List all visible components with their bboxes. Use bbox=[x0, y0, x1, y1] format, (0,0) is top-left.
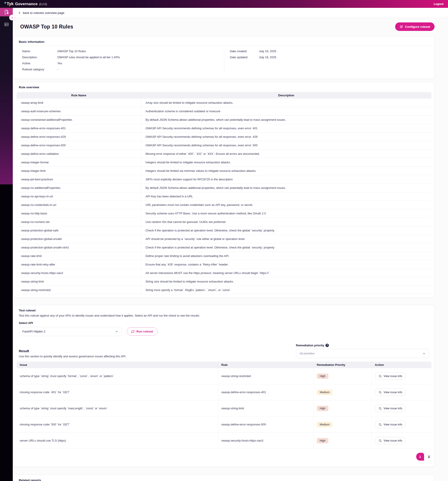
priority-filter-label-row: Remediation priority ? bbox=[296, 344, 429, 347]
rule-name-cell: owasp-integer-limit bbox=[17, 167, 141, 175]
rule-description-cell: By default JSON Schema allows additional… bbox=[141, 116, 431, 124]
info-field-row: Date updated:July 19, 2025 bbox=[230, 56, 431, 59]
priority-filter-select[interactable]: All priorities bbox=[296, 349, 429, 358]
view-issue-info-label: View issue info bbox=[383, 423, 402, 426]
app-logo: Tyk Governance (0.2.0) bbox=[5, 1, 47, 6]
run-ruleset-button[interactable]: Run ruleset bbox=[127, 327, 157, 336]
rule-overview-card: Rule overview Rule Name Description owas… bbox=[14, 82, 434, 298]
edit-pencil-icon bbox=[400, 25, 403, 29]
rule-name-cell: owasp-string-limit bbox=[17, 277, 141, 286]
help-question-icon[interactable]: ? bbox=[325, 344, 329, 347]
document-shield-icon bbox=[4, 9, 9, 15]
info-field-row: Ruleset category:- bbox=[22, 68, 219, 71]
issue-row: missing response code `401` for `GET`owa… bbox=[17, 384, 431, 400]
rule-overview-title: Rule overview bbox=[17, 85, 431, 91]
rule-description-cell: Array size should be limited to mitigate… bbox=[141, 98, 431, 107]
back-link[interactable]: back to rulesets overview page bbox=[13, 8, 448, 18]
view-issue-info-label: View issue info bbox=[383, 391, 402, 394]
view-issue-info-button[interactable]: View issue info bbox=[375, 421, 406, 428]
configure-ruleset-button[interactable]: Configure ruleset bbox=[395, 23, 434, 31]
rule-description-cell: All server interactions MUST use the htt… bbox=[141, 269, 431, 277]
sidebar-item-apis[interactable] bbox=[0, 20, 13, 29]
column-header-rule: Rule bbox=[218, 361, 314, 368]
rule-name-cell: owasp-no-credentials-in-url bbox=[17, 201, 141, 209]
test-ruleset-card: Test ruleset Test this ruleset against a… bbox=[14, 305, 434, 467]
test-ruleset-description: Test this ruleset against any of your AP… bbox=[17, 314, 431, 317]
refresh-icon bbox=[131, 330, 134, 333]
basic-information-grid: Name:OWASP Top 10 RulesDescription:OWASP… bbox=[17, 46, 431, 75]
rule-row: owasp-array-limitArray size should be li… bbox=[17, 98, 431, 107]
priority-badge: Medium bbox=[317, 390, 332, 395]
brand-name: Tyk bbox=[7, 1, 14, 6]
product-version: (0.2.0) bbox=[39, 3, 47, 6]
rule-description-cell: Use random IDs that cannot be guessed. U… bbox=[141, 218, 431, 226]
chevron-left-icon bbox=[18, 11, 21, 14]
rule-name-cell: owasp-constrained-additionalProperties bbox=[17, 116, 141, 124]
rule-name-cell: owasp-no-numeric-ids bbox=[17, 218, 141, 226]
rule-row: owasp-string-limitString size should be … bbox=[17, 277, 431, 286]
priority-badge: High bbox=[317, 374, 329, 379]
rule-name-cell: owasp-rate-limit bbox=[17, 252, 141, 260]
sidebar-expand-toggle[interactable] bbox=[9, 15, 15, 20]
rule-row: owasp-no-credentials-in-urlURL parameter… bbox=[17, 201, 431, 209]
rule-row: owasp-define-error-responses-500OWASP AP… bbox=[17, 141, 431, 150]
back-link-label: back to rulesets overview page bbox=[23, 11, 64, 15]
rule-row: owasp-no-http-basicSecurity scheme uses … bbox=[17, 209, 431, 218]
rule-row: owasp-integer-formatIntegers should be l… bbox=[17, 158, 431, 167]
related-reports-title: Related reports bbox=[17, 478, 431, 481]
rule-description-cell: Define proper rate limiting to avoid att… bbox=[141, 252, 431, 260]
rule-row: owasp-protection-global-unsafeAPI should… bbox=[17, 235, 431, 243]
rule-description-cell: OWASP API Security recommends defining s… bbox=[141, 133, 431, 141]
api-select[interactable]: FastAPI Httpbin 2 bbox=[19, 327, 122, 336]
rule-description-cell: URL parameters must not contain credenti… bbox=[141, 201, 431, 209]
search-icon bbox=[379, 423, 382, 426]
rule-name-cell: owasp-auth-insecure-schemes bbox=[17, 107, 141, 116]
view-issue-info-label: View issue info bbox=[383, 407, 402, 410]
rule-row: owasp-rate-limitDefine proper rate limit… bbox=[17, 252, 431, 260]
view-issue-info-button[interactable]: View issue info bbox=[375, 405, 406, 412]
top-bar: Tyk Governance (0.2.0) Logout bbox=[0, 0, 448, 8]
rule-row: owasp-security-hosts-https-oas3All serve… bbox=[17, 269, 431, 277]
rule-name-cell: owasp-no-http-basic bbox=[17, 209, 141, 218]
rule-row: owasp-protection-global-unsafe-strictChe… bbox=[17, 243, 431, 252]
rule-overview-table-body: owasp-array-limitArray size should be li… bbox=[17, 98, 431, 294]
api-select-value: FastAPI Httpbin 2 bbox=[22, 330, 45, 333]
view-issue-info-button[interactable]: View issue info bbox=[375, 437, 406, 444]
search-icon bbox=[379, 407, 382, 410]
pagination-page[interactable]: 2 bbox=[427, 455, 431, 458]
rule-name-cell: owasp-string-restricted bbox=[17, 286, 141, 294]
result-table-body: schema of type `string` must specify `fo… bbox=[17, 368, 431, 449]
info-field-label: Name: bbox=[22, 50, 57, 53]
info-field-row: Name:OWASP Top 10 Rules bbox=[22, 50, 219, 53]
info-field-value: - bbox=[57, 68, 58, 71]
issue-row: server URLs should use TLS (https)owasp-… bbox=[17, 433, 431, 449]
rule-row: owasp-no-additionalPropertiesBy default … bbox=[17, 184, 431, 192]
rule-description-cell: Integers should be limited via min/max v… bbox=[141, 167, 431, 175]
page-header: OWASP Top 10 Rules Configure ruleset bbox=[13, 18, 448, 35]
main-content: back to rulesets overview page OWASP Top… bbox=[13, 8, 448, 481]
issue-cell: schema of type `string` must specify `fo… bbox=[17, 368, 218, 384]
view-issue-info-button[interactable]: View issue info bbox=[375, 389, 406, 396]
logout-button[interactable]: Logout bbox=[434, 2, 443, 6]
issue-cell: server URLs should use TLS (https) bbox=[17, 433, 218, 449]
basic-information-card: Basic information Name:OWASP Top 10 Rule… bbox=[14, 36, 434, 79]
action-cell: View issue info bbox=[372, 416, 431, 433]
id-card-icon bbox=[4, 22, 9, 27]
brand-dot-icon bbox=[5, 2, 6, 4]
action-cell: View issue info bbox=[372, 368, 431, 384]
search-icon bbox=[379, 391, 382, 394]
view-issue-info-label: View issue info bbox=[383, 375, 402, 378]
pagination-page[interactable]: 1 bbox=[416, 453, 424, 461]
rule-name-cell: owasp-integer-format bbox=[17, 158, 141, 167]
priority-filter-block: Remediation priority ? All priorities bbox=[296, 344, 429, 358]
view-issue-info-button[interactable]: View issue info bbox=[375, 372, 406, 380]
info-field-value: Yes bbox=[57, 62, 62, 65]
rule-row: owasp-no-numeric-idsUse random IDs that … bbox=[17, 218, 431, 226]
rule-description-cell: String size should be limited to mitigat… bbox=[141, 277, 431, 286]
info-field-label: Date updated: bbox=[230, 56, 259, 59]
info-field-value: July 19, 2025 bbox=[259, 50, 276, 53]
rule-name-cell: owasp-protection-global-safe bbox=[17, 226, 141, 235]
priority-cell: High bbox=[314, 400, 372, 416]
column-header-rule-name: Rule Name bbox=[17, 92, 141, 98]
rule-row: owasp-protection-global-safeCheck if the… bbox=[17, 226, 431, 235]
